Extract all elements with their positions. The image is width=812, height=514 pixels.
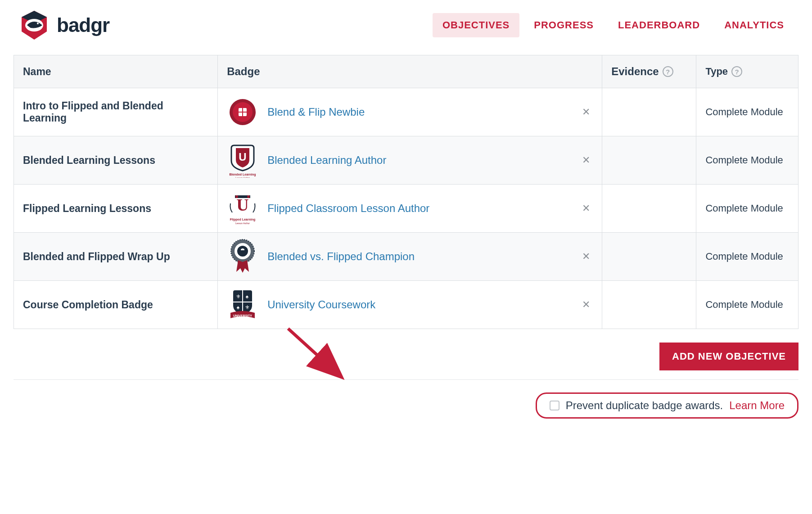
table-row: Course Completion Badge ⚜♠♠⚜UNIVERSITY U… [14,281,798,329]
evidence-cell [602,281,696,329]
objective-name: Flipped Learning Lessons [14,185,218,233]
remove-badge-icon[interactable]: ✕ [579,296,593,313]
type-cell: Complete Module [696,281,798,329]
svg-text:Lesson Author: Lesson Author [235,176,250,178]
svg-text:⚜: ⚜ [245,304,250,311]
objective-name: Blended Learning Lessons [14,136,218,185]
table-row: Blended Learning Lessons UBlended Learni… [14,136,798,185]
remove-badge-icon[interactable]: ✕ [579,104,593,121]
remove-badge-icon[interactable]: ✕ [579,248,593,265]
nav-leaderboard[interactable]: LEADERBOARD [608,13,710,37]
brand-name: badgr [57,14,109,36]
divider [14,379,798,380]
header-evidence-label: Evidence [611,65,659,78]
svg-text:UNIVERSITY: UNIVERSITY [233,314,252,317]
svg-text:♠: ♠ [237,304,240,311]
badge-link[interactable]: Flipped Classroom Lesson Author [267,202,429,215]
svg-point-3 [37,23,39,24]
evidence-cell [602,136,696,185]
svg-text:⚜: ⚜ [236,293,241,300]
objectives-table: Name Badge Evidence ? Type ? Intro to Fl… [14,55,798,329]
help-icon[interactable]: ? [663,66,673,77]
svg-text:♠: ♠ [246,293,249,300]
remove-badge-icon[interactable]: ✕ [579,200,593,217]
prevent-duplicate-label: Prevent duplicate badge awards. [566,399,723,412]
learn-more-link[interactable]: Learn More [729,399,785,412]
header-name: Name [14,55,218,88]
table-row: Intro to Flipped and Blended Learning Bl… [14,88,798,136]
evidence-cell [602,88,696,136]
type-cell: Complete Module [696,233,798,281]
logo[interactable]: badgr [18,9,109,41]
badge-link[interactable]: Blended Learning Author [267,154,386,167]
badge-icon: UFlipped LearningLesson Author [227,193,258,224]
type-cell: Complete Module [696,136,798,185]
evidence-cell [602,185,696,233]
badge-icon [227,96,258,128]
header-type: Type ? [696,55,798,88]
header-badge: Badge [218,55,602,88]
svg-point-21 [237,246,248,257]
nav-analytics[interactable]: ANALYTICS [714,13,794,37]
badge-link[interactable]: University Coursework [267,298,375,311]
table-row: Flipped Learning Lessons UFlipped Learni… [14,185,798,233]
nav-objectives[interactable]: OBJECTIVES [433,13,519,37]
badge-icon: UBlended LearningLesson Author [227,144,258,176]
remove-badge-icon[interactable]: ✕ [579,152,593,169]
main-nav: OBJECTIVES PROGRESS LEADERBOARD ANALYTIC… [433,13,794,37]
type-cell: Complete Module [696,88,798,136]
svg-text:Blended Learning: Blended Learning [230,173,256,176]
badge-icon [227,241,258,272]
badge-link[interactable]: Blend & Flip Newbie [267,106,365,118]
badgr-logo-icon [18,9,50,41]
prevent-duplicate-checkbox[interactable] [550,401,559,410]
objective-name: Course Completion Badge [14,281,218,329]
header-type-label: Type [705,66,728,77]
objective-name: Blended and Flipped Wrap Up [14,233,218,281]
svg-text:Lesson Author: Lesson Author [235,222,250,225]
add-objective-button[interactable]: ADD NEW OBJECTIVE [659,343,798,370]
svg-text:Flipped Learning: Flipped Learning [230,218,255,221]
badge-link[interactable]: Blended vs. Flipped Champion [267,250,415,263]
badge-icon: ⚜♠♠⚜UNIVERSITY [227,289,258,320]
svg-text:U: U [239,151,247,163]
header-evidence: Evidence ? [602,55,696,88]
type-cell: Complete Module [696,185,798,233]
nav-progress[interactable]: PROGRESS [524,13,604,37]
prevent-duplicate-box: Prevent duplicate badge awards. Learn Mo… [536,392,798,419]
svg-text:U: U [236,195,248,214]
evidence-cell [602,233,696,281]
svg-point-14 [235,195,238,198]
help-icon[interactable]: ? [731,66,742,77]
objective-name: Intro to Flipped and Blended Learning [14,88,218,136]
table-row: Blended and Flipped Wrap Up Blended vs. … [14,233,798,281]
svg-point-15 [247,195,250,198]
